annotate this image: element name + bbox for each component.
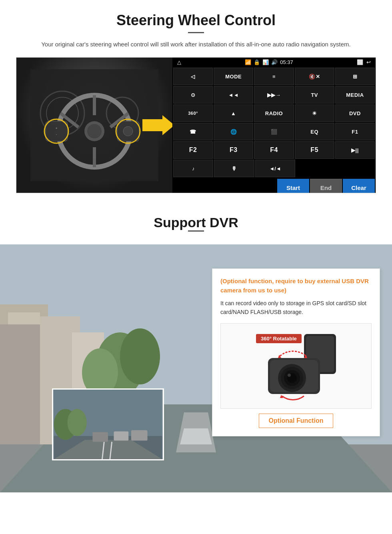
- btn-vol-prev[interactable]: ◄/◄: [255, 160, 295, 177]
- steering-description: Your original car's steering wheel contr…: [32, 40, 360, 49]
- dvr-title-divider: [188, 230, 204, 232]
- ui-panel: △ 📶 🔒 📊 🔊 05:37 ⬜ ↩ ◁ MODE ≡: [172, 58, 376, 193]
- back-icon: ↩: [366, 59, 371, 65]
- btn-f5[interactable]: F5: [295, 141, 334, 159]
- window-controls: ⬜ ↩: [357, 59, 371, 65]
- svg-rect-11: [46, 121, 68, 141]
- btn-music[interactable]: ♪: [173, 160, 213, 177]
- svg-marker-23: [180, 428, 212, 444]
- svg-rect-46: [131, 430, 148, 441]
- window-icon: ⬜: [357, 59, 363, 65]
- start-button[interactable]: Start: [277, 179, 309, 193]
- steering-title: Steering Wheel Control: [16, 12, 376, 29]
- svg-point-15: [123, 126, 133, 136]
- dvr-image-container: (Optional function, require to buy exter…: [0, 244, 392, 492]
- signal-icon: 📊: [262, 59, 269, 65]
- dvr-camera-visual: 360° Rotatable: [244, 330, 348, 402]
- steering-section: Steering Wheel Control Your original car…: [0, 0, 392, 201]
- btn-f2[interactable]: F2: [173, 141, 213, 159]
- dvr-section: Support DVR: [0, 205, 392, 492]
- steering-composite: + - △ 📶: [16, 57, 376, 193]
- btn-home[interactable]: ◁: [173, 68, 213, 85]
- lock-icon: 🔒: [254, 59, 260, 65]
- dvr-title: Support DVR: [0, 215, 392, 230]
- btn-dvd[interactable]: DVD: [335, 104, 375, 122]
- btn-f3[interactable]: F3: [214, 141, 253, 159]
- ui-action-row: Start End Clear: [172, 178, 376, 193]
- dvr-optional-text: (Optional function, require to buy exter…: [220, 277, 372, 295]
- btn-mode[interactable]: MODE: [214, 68, 253, 85]
- end-button[interactable]: End: [310, 179, 342, 193]
- title-divider: [188, 32, 204, 33]
- dvr-background: (Optional function, require to buy exter…: [0, 244, 392, 492]
- btn-f1[interactable]: F1: [335, 123, 375, 140]
- svg-point-30: [120, 328, 160, 384]
- btn-menu[interactable]: ≡: [254, 68, 294, 85]
- btn-mute[interactable]: 🔇✕: [295, 68, 334, 85]
- optional-function-label: Optional Function: [259, 414, 334, 428]
- yellow-arrow-icon: [142, 113, 172, 137]
- btn-empty-space: [296, 160, 375, 177]
- btn-playpause[interactable]: ▶||: [335, 141, 375, 159]
- ui-button-grid: ◁ MODE ≡ 🔇✕ ⊞ ⊙ ◄◄ ▶▶→ TV MEDIA 360° ▲ R…: [172, 67, 376, 160]
- btn-apps[interactable]: ⊞: [335, 68, 375, 85]
- dvr-preview-image: [52, 388, 164, 460]
- svg-point-48: [68, 409, 87, 436]
- svg-point-10: [87, 124, 102, 138]
- btn-mic[interactable]: 🎙: [214, 160, 254, 177]
- btn-radio[interactable]: RADIO: [254, 104, 294, 122]
- camera-badge: 360° Rotatable: [256, 334, 302, 343]
- dvr-description: It can record video only to storage in G…: [220, 299, 372, 317]
- btn-prev[interactable]: ◄◄: [214, 86, 253, 104]
- btn-eject[interactable]: ▲: [214, 104, 253, 122]
- btn-mirror[interactable]: ⬛: [254, 123, 294, 140]
- clear-button[interactable]: Clear: [343, 179, 375, 193]
- steering-photo: + -: [16, 58, 172, 193]
- btn-web[interactable]: 🌐: [214, 123, 253, 140]
- btn-eq[interactable]: EQ: [295, 123, 334, 140]
- btn-f4[interactable]: F4: [254, 141, 294, 159]
- svg-text:-: -: [56, 132, 57, 136]
- btn-media[interactable]: MEDIA: [335, 86, 375, 104]
- time-display: 05:37: [280, 59, 293, 65]
- btn-next[interactable]: ▶▶→: [254, 86, 294, 104]
- svg-rect-44: [92, 432, 108, 442]
- svg-point-57: [288, 374, 291, 377]
- steering-wheel-svg: + -: [30, 69, 158, 181]
- svg-rect-45: [114, 431, 129, 440]
- btn-settings[interactable]: ⊙: [173, 86, 213, 104]
- btn-brightness[interactable]: ☀: [295, 104, 334, 122]
- btn-phone[interactable]: ☎: [173, 123, 213, 140]
- steering-photo-inner: + -: [16, 58, 172, 193]
- volume-icon: 🔊: [271, 59, 278, 65]
- btn-tv[interactable]: TV: [295, 86, 334, 104]
- wifi-icon: 📶: [245, 59, 251, 65]
- home-icon: △: [177, 59, 181, 65]
- svg-marker-18: [142, 115, 172, 135]
- ui-status-bar: △ 📶 🔒 📊 🔊 05:37 ⬜ ↩: [172, 58, 376, 67]
- svg-text:+: +: [56, 126, 58, 130]
- dvr-preview-svg: [53, 390, 163, 459]
- ui-btn-row6: ♪ 🎙 ◄/◄: [172, 160, 376, 178]
- status-icons: 📶 🔒 📊 🔊 05:37: [245, 59, 293, 65]
- dvr-camera-box: 360° Rotatable: [220, 323, 372, 409]
- dvr-title-area: Support DVR: [0, 205, 392, 244]
- dvr-info-card: (Optional function, require to buy exter…: [212, 268, 380, 436]
- btn-360[interactable]: 360°: [173, 104, 213, 122]
- optional-function-wrapper: Optional Function: [220, 414, 372, 428]
